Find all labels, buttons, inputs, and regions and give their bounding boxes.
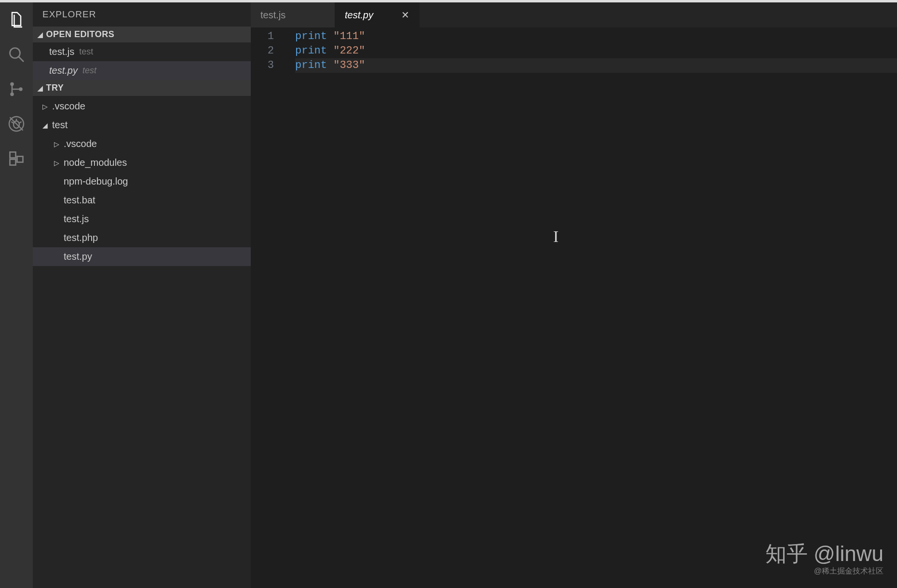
token-keyword: print	[295, 45, 327, 57]
tree-folder[interactable]: ▷ node_modules	[33, 153, 251, 172]
tree-folder[interactable]: ◢ test	[33, 116, 251, 134]
svg-point-2	[10, 82, 14, 86]
workspace-label: TRY	[46, 83, 64, 93]
tree-file[interactable]: npm-debug.log	[33, 172, 251, 191]
tab-label: test.py	[345, 10, 373, 21]
tree-item-label: test	[52, 120, 68, 131]
text-cursor-icon: I	[553, 227, 558, 246]
svg-line-9	[19, 122, 22, 123]
svg-point-3	[10, 93, 14, 96]
tree-item-label: test.php	[64, 232, 98, 243]
token-string: "333"	[333, 59, 365, 71]
chevron-right-icon: ▷	[42, 103, 52, 110]
tree-item-label: test.py	[64, 251, 92, 262]
open-editor-filename: test.py	[49, 65, 78, 76]
line-number: 2	[251, 44, 274, 58]
chevron-down-icon: ◢	[42, 121, 52, 129]
activity-bar	[0, 2, 33, 588]
main-container: EXPLORER ◢ OPEN EDITORS test.js test tes…	[0, 2, 897, 588]
svg-rect-12	[10, 160, 16, 165]
open-editors-list: test.js test test.py test	[33, 42, 251, 80]
chevron-down-icon: ◢	[38, 31, 43, 39]
chevron-right-icon: ▷	[54, 159, 64, 167]
extensions-icon[interactable]	[6, 148, 27, 169]
tree-file[interactable]: test.php	[33, 228, 251, 247]
open-editor-dir: test	[82, 66, 96, 76]
sidebar-title: EXPLORER	[33, 2, 251, 27]
token-string: "111"	[333, 30, 365, 42]
tree-item-label: .vscode	[64, 138, 97, 149]
close-icon[interactable]: ✕	[401, 9, 409, 21]
debug-icon[interactable]	[6, 113, 27, 134]
code-line[interactable]: print "111"	[295, 29, 897, 44]
watermark-main: 知乎 @linwu	[765, 540, 883, 568]
editor-area: test.js test.py ✕ 1 2 3 print "111" prin…	[251, 2, 897, 588]
chevron-right-icon: ▷	[54, 140, 64, 148]
tree-item-label: test.js	[64, 214, 89, 225]
code-line[interactable]: print "333"	[295, 58, 897, 73]
svg-point-0	[10, 48, 20, 58]
open-editor-dir: test	[79, 47, 93, 57]
svg-point-4	[19, 87, 23, 91]
chevron-down-icon: ◢	[38, 84, 43, 92]
editor-content[interactable]: 1 2 3 print "111" print "222" print "333…	[251, 27, 897, 588]
gutter: 1 2 3	[251, 29, 284, 588]
code-lines[interactable]: print "111" print "222" print "333"	[284, 29, 897, 588]
search-icon[interactable]	[6, 44, 27, 65]
svg-line-1	[19, 57, 24, 62]
tree-file[interactable]: test.js	[33, 210, 251, 228]
explorer-icon[interactable]	[6, 9, 27, 30]
file-tree: ▷ .vscode ◢ test ▷ .vscode ▷ node_module…	[33, 96, 251, 266]
token-string: "222"	[333, 45, 365, 57]
watermark: 知乎 @linwu @稀土掘金技术社区	[765, 540, 883, 576]
workspace-header[interactable]: ◢ TRY	[33, 80, 251, 96]
line-number: 1	[251, 29, 274, 44]
tree-item-label: node_modules	[64, 157, 127, 168]
token-keyword: print	[295, 59, 327, 71]
tree-folder[interactable]: ▷ .vscode	[33, 134, 251, 153]
svg-rect-11	[10, 152, 16, 158]
open-editor-item[interactable]: test.js test	[33, 42, 251, 61]
tree-item-label: test.bat	[64, 195, 95, 206]
sidebar: EXPLORER ◢ OPEN EDITORS test.js test tes…	[33, 2, 251, 588]
token-keyword: print	[295, 30, 327, 42]
tab[interactable]: test.py ✕	[335, 2, 420, 27]
code-line[interactable]: print "222"	[295, 44, 897, 58]
tab-label: test.js	[260, 10, 285, 21]
tree-file[interactable]: test.bat	[33, 191, 251, 210]
tree-file[interactable]: test.py	[33, 247, 251, 266]
open-editor-item[interactable]: test.py test	[33, 61, 251, 80]
line-number: 3	[251, 58, 274, 73]
tabs: test.js test.py ✕	[251, 2, 897, 27]
tree-folder[interactable]: ▷ .vscode	[33, 97, 251, 116]
tab[interactable]: test.js	[251, 2, 335, 27]
svg-line-8	[12, 122, 14, 123]
tree-item-label: npm-debug.log	[64, 176, 128, 187]
tree-item-label: .vscode	[52, 101, 85, 112]
svg-rect-13	[17, 157, 23, 162]
open-editor-filename: test.js	[49, 46, 74, 57]
open-editors-header[interactable]: ◢ OPEN EDITORS	[33, 27, 251, 42]
open-editors-label: OPEN EDITORS	[46, 29, 115, 40]
source-control-icon[interactable]	[6, 79, 27, 100]
